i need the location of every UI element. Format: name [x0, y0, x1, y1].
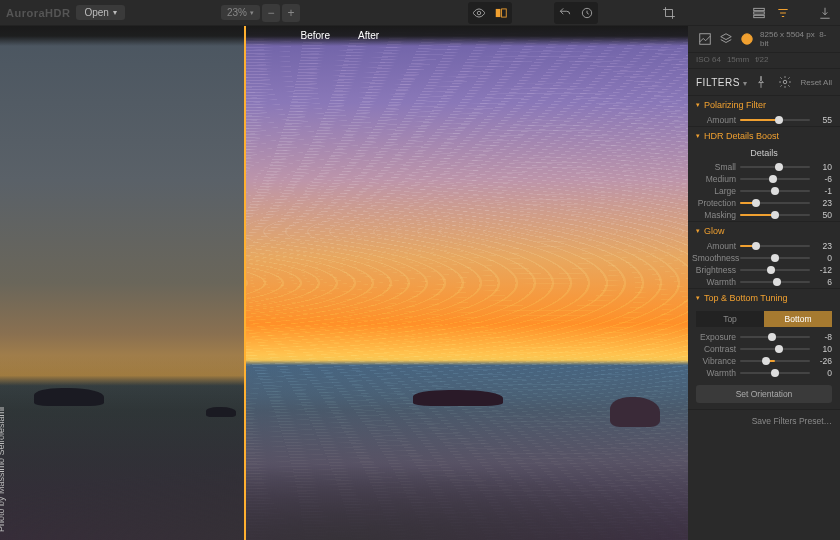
svg-rect-2 [502, 8, 507, 16]
svg-point-9 [784, 80, 788, 84]
save-preset-button[interactable]: Save Filters Preset… [688, 410, 840, 434]
app-logo: AuroraHDR [6, 7, 70, 19]
photo-credit: Photo by Massimo Seifoleslami [0, 407, 6, 532]
history-icon[interactable] [578, 4, 596, 22]
section-glow-header[interactable]: Glow [688, 222, 840, 240]
compare-labels: Before After [0, 26, 688, 46]
presets-icon[interactable] [750, 4, 768, 22]
crop-icon[interactable] [660, 4, 678, 22]
slider-glow-brightness[interactable]: Brightness-12 [688, 264, 840, 276]
before-label: Before [0, 26, 344, 46]
zoom-dropdown[interactable]: 23% [221, 5, 260, 20]
info-icon[interactable] [739, 30, 756, 48]
meta-iso: ISO 64 [696, 55, 721, 64]
slider-tbt-warmth[interactable]: Warmth0 [688, 367, 840, 379]
svg-point-0 [477, 11, 481, 15]
slider-glow-amount[interactable]: Amount23 [688, 240, 840, 252]
details-subheader: Details [688, 145, 840, 161]
slider-tbt-vibrance[interactable]: Vibrance-26 [688, 355, 840, 367]
slider-hdr-small[interactable]: Small10 [688, 161, 840, 173]
meta-aperture: f/22 [755, 55, 768, 64]
svg-rect-7 [699, 34, 710, 45]
slider-hdr-large[interactable]: Large-1 [688, 185, 840, 197]
histogram-icon[interactable] [696, 30, 713, 48]
compare-slider[interactable] [244, 26, 246, 540]
zoom-in-button[interactable]: + [282, 4, 300, 22]
svg-rect-4 [754, 8, 765, 10]
slider-glow-smoothness[interactable]: Smoothness0 [688, 252, 840, 264]
image-viewport[interactable]: Before After Photo by Massimo Seifolesla… [0, 26, 688, 540]
pin-icon[interactable] [752, 73, 770, 91]
eye-icon[interactable] [470, 4, 488, 22]
slider-tbt-exposure[interactable]: Exposure-8 [688, 331, 840, 343]
undo-icon[interactable] [556, 4, 574, 22]
section-tbt-header[interactable]: Top & Bottom Tuning [688, 289, 840, 307]
filters-sidebar: 8256 x 5504 px 8-bit ISO 64 15mm f/22 FI… [688, 26, 840, 540]
open-button[interactable]: Open [76, 5, 124, 20]
export-icon[interactable] [816, 4, 834, 22]
section-hdr-header[interactable]: HDR Details Boost [688, 127, 840, 145]
filters-panel-icon[interactable] [774, 4, 792, 22]
after-label: After [344, 26, 688, 46]
filters-title[interactable]: FILTERS [696, 77, 747, 88]
slider-glow-warmth[interactable]: Warmth6 [688, 276, 840, 288]
layers-icon[interactable] [717, 30, 734, 48]
top-toolbar: AuroraHDR Open 23% − + [0, 0, 840, 26]
svg-rect-5 [754, 11, 765, 13]
reset-all-button[interactable]: Reset All [800, 78, 832, 87]
section-polarizing-header[interactable]: Polarizing Filter [688, 96, 840, 114]
slider-hdr-masking[interactable]: Masking50 [688, 209, 840, 221]
image-dimensions: 8256 x 5504 px [760, 30, 815, 39]
main-area: Before After Photo by Massimo Seifolesla… [0, 26, 840, 540]
slider-polarizing-amount[interactable]: Amount 55 [688, 114, 840, 126]
meta-lens: 15mm [727, 55, 749, 64]
set-orientation-button[interactable]: Set Orientation [696, 385, 832, 403]
zoom-out-button[interactable]: − [262, 4, 280, 22]
compare-icon[interactable] [492, 4, 510, 22]
tbt-top-toggle[interactable]: Top [696, 311, 764, 327]
svg-rect-1 [496, 8, 501, 16]
slider-hdr-medium[interactable]: Medium-6 [688, 173, 840, 185]
tbt-bottom-toggle[interactable]: Bottom [764, 311, 832, 327]
slider-hdr-protection[interactable]: Protection23 [688, 197, 840, 209]
svg-rect-6 [754, 15, 765, 17]
slider-tbt-contrast[interactable]: Contrast10 [688, 343, 840, 355]
gear-icon[interactable] [776, 73, 794, 91]
